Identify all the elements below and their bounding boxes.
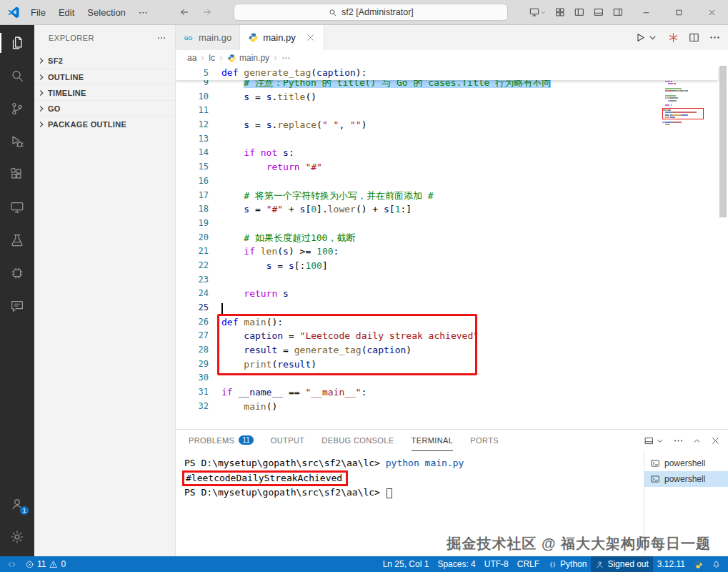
activity-run-and-debug[interactable] [0, 125, 34, 158]
activity-hardware-tools[interactable] [0, 257, 34, 290]
panel-tab-terminal[interactable]: TERMINAL [412, 430, 454, 451]
forward-button[interactable] [201, 6, 213, 18]
breadcrumb: aalcmain.py⋯ [176, 50, 728, 66]
activity-remote-explorer[interactable] [0, 191, 34, 224]
menu-file[interactable]: File [24, 0, 52, 25]
toggle-secondary-sidebar-button[interactable] [612, 6, 624, 18]
code-line-19[interactable]: 19 [176, 217, 728, 231]
chevron-right-icon [36, 119, 46, 129]
minimap[interactable] [662, 69, 718, 219]
code-line-10[interactable]: 10 s = s.title() [176, 90, 728, 104]
explorer-section-timeline[interactable]: TIMELINE [34, 84, 175, 100]
toggle-panel-button[interactable] [593, 6, 604, 18]
editor-scrollbar[interactable] [718, 66, 728, 429]
terminal-instance[interactable]: powershell [644, 455, 728, 471]
more-actions-icon[interactable] [156, 33, 166, 43]
terminal[interactable]: PS D:\mysetup\gopath\src\sf2\aa\lc> pyth… [176, 451, 644, 556]
code-line-28[interactable]: 28 result = generate_tag(caption) [176, 343, 728, 358]
line-content: s = s.title() [209, 90, 316, 104]
activity-extensions[interactable] [0, 158, 34, 191]
more-actions-button[interactable] [673, 435, 684, 446]
status-notifications[interactable] [707, 556, 725, 572]
panel-tab-output[interactable]: OUTPUT [271, 430, 305, 451]
code-line-27[interactable]: 27 caption = "Leetcode daily streak achi… [176, 329, 728, 343]
code-line-11[interactable]: 11 [176, 104, 728, 118]
activity-chat[interactable] [0, 290, 34, 322]
code-line-18[interactable]: 18 s = "#" + s[0].lower() + s[1:] [176, 202, 728, 217]
explorer-section-sf2[interactable]: SF2 [34, 53, 175, 69]
panel-tab-problems[interactable]: PROBLEMS11 [189, 430, 254, 451]
menu-edit[interactable]: Edit [52, 0, 81, 25]
code-line-24[interactable]: 24 return s [176, 287, 728, 301]
status-signed-out[interactable]: Signed out [591, 556, 652, 572]
code-line-12[interactable]: 12 s = s.replace(" ", "") [176, 118, 728, 132]
explorer-section-go[interactable]: GO [34, 100, 175, 116]
extension-action-button[interactable] [667, 31, 679, 44]
activity-accounts[interactable]: 1 [0, 488, 34, 521]
remote-indicator[interactable] [3, 556, 21, 572]
code-line-17[interactable]: 17 # 将第一个字符转换为小写，并在前面添加 # [176, 189, 728, 203]
code-line-25[interactable]: 25 [176, 301, 728, 315]
scrollbar-thumb[interactable] [719, 66, 727, 217]
activity-source-control[interactable] [0, 92, 34, 125]
code-line-13[interactable]: 13 [176, 132, 728, 147]
code-line-15[interactable]: 15 return "#" [176, 160, 728, 174]
layout-controls-button[interactable] [529, 6, 547, 18]
breadcrumb-item[interactable]: ⋯ [281, 53, 290, 63]
terminal-line[interactable]: PS D:\mysetup\gopath\src\sf2\aa\lc> pyth… [184, 457, 644, 470]
code-editor[interactable]: 5def generate_tag(caption): 9 # 注意：Pytho… [176, 66, 728, 429]
panel-tab-ports[interactable]: PORTS [470, 430, 499, 451]
problems-status[interactable]: 110 [21, 556, 70, 572]
code-line-16[interactable]: 16 [176, 174, 728, 189]
code-line-20[interactable]: 20 # 如果长度超过100，截断 [176, 231, 728, 245]
menu-selection[interactable]: Selection [81, 0, 131, 25]
code-line-30[interactable]: 30 [176, 371, 728, 385]
code-line-29[interactable]: 29 print(result) [176, 358, 728, 372]
breadcrumb-item[interactable]: aa [187, 53, 196, 63]
tab-main.go[interactable]: GOmain.go [176, 25, 240, 50]
back-button[interactable] [179, 6, 190, 18]
status-cursor-position[interactable]: Ln 25, Col 1 [379, 556, 434, 572]
code-line-26[interactable]: 26def main(): [176, 315, 728, 330]
code-line-32[interactable]: 32 main() [176, 400, 728, 414]
terminal-instance[interactable]: powershell [644, 471, 728, 487]
toggle-primary-sidebar-button[interactable] [574, 6, 585, 18]
status-eol[interactable]: CRLF [513, 556, 544, 572]
explorer-section-package-outline[interactable]: PACKAGE OUTLINE [34, 116, 175, 132]
split-editor-button[interactable] [688, 31, 700, 44]
code-token: s [289, 260, 294, 271]
status-encoding[interactable]: UTF-8 [480, 556, 513, 572]
close-tab-icon[interactable] [305, 32, 316, 43]
code-line-22[interactable]: 22 s = s[:100] [176, 259, 728, 273]
activity-search[interactable] [0, 59, 34, 92]
status-python-version[interactable]: 3.12.11 [653, 556, 689, 572]
menu-more[interactable]: ⋯ [132, 0, 154, 25]
status-python-extension[interactable] [689, 556, 707, 572]
run-python-file-button[interactable] [634, 31, 659, 44]
code-line-23[interactable]: 23 [176, 273, 728, 287]
close-panel-button[interactable] [710, 435, 721, 446]
command-center-search[interactable]: sf2 [Administrator] [234, 4, 508, 21]
code-line-31[interactable]: 31if __name__ == "__main__": [176, 385, 728, 400]
panel-tab-debug-console[interactable]: DEBUG CONSOLE [321, 430, 394, 451]
terminal-line[interactable]: PS D:\mysetup\gopath\src\sf2\aa\lc> [184, 486, 644, 499]
status-indentation[interactable]: Spaces: 4 [433, 556, 479, 572]
activity-testing[interactable] [0, 224, 34, 257]
activity-settings[interactable] [0, 521, 34, 553]
close-button[interactable] [695, 0, 728, 25]
maximize-panel-button[interactable] [692, 435, 702, 446]
minimize-button[interactable] [629, 0, 662, 25]
customize-layout-button[interactable] [554, 6, 566, 18]
code-line-14[interactable]: 14 if not s: [176, 146, 728, 160]
maximize-button[interactable] [662, 0, 695, 25]
more-actions-button[interactable] [709, 31, 721, 44]
terminal-line[interactable]: #leetcodeDailyStreakAchieved [184, 470, 644, 486]
explorer-section-outline[interactable]: OUTLINE [34, 69, 175, 84]
breadcrumb-item[interactable]: main.py [227, 53, 269, 63]
breadcrumb-item[interactable]: lc [209, 53, 215, 63]
tab-main.py[interactable]: main.py [240, 25, 324, 50]
activity-explorer[interactable] [0, 26, 34, 59]
code-line-21[interactable]: 21 if len(s) >= 100: [176, 245, 728, 259]
status-language-mode[interactable]: {}Python [544, 556, 591, 572]
terminal-views-button[interactable] [644, 435, 665, 446]
